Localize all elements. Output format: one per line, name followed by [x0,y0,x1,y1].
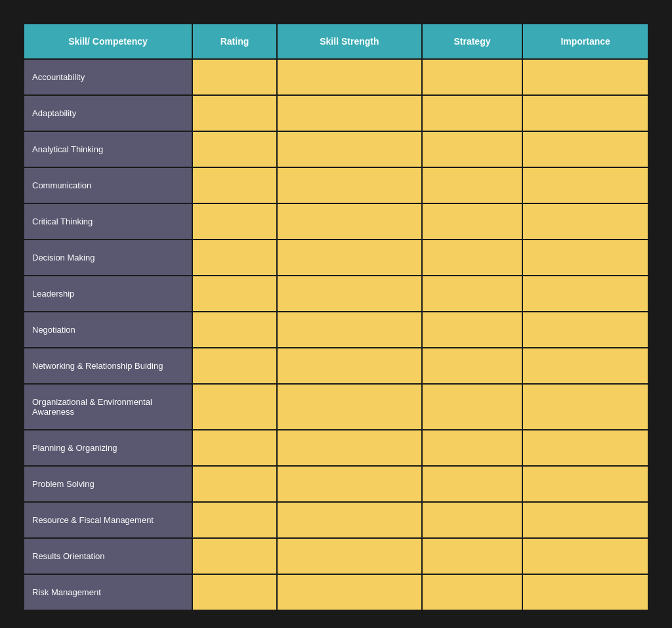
strategy-cell[interactable] [422,240,522,276]
strategy-cell[interactable] [422,95,522,131]
importance-cell[interactable] [522,95,648,131]
importance-cell[interactable] [522,312,648,348]
table-row: Leadership [24,276,648,312]
skill-name-cell: Accountability [24,59,192,95]
table-row: Risk Management [24,574,648,610]
skill-strength-cell[interactable] [277,430,422,466]
skill-name-cell: Results Orientation [24,538,192,574]
table-row: Planning & Organizing [24,430,648,466]
skill-strength-cell[interactable] [277,276,422,312]
table-row: Organizational & Environmental Awareness [24,384,648,430]
table-row: Adaptability [24,95,648,131]
table-row: Critical Thinking [24,203,648,240]
importance-cell[interactable] [522,384,648,430]
skill-strength-cell[interactable] [277,131,422,167]
skill-strength-cell[interactable] [277,574,422,610]
strategy-cell[interactable] [422,203,522,240]
importance-cell[interactable] [522,131,648,167]
skill-name-cell: Leadership [24,276,192,312]
skill-name-cell: Analytical Thinking [24,131,192,167]
strategy-cell[interactable] [422,384,522,430]
strategy-cell[interactable] [422,348,522,384]
skill-strength-cell[interactable] [277,167,422,203]
importance-cell[interactable] [522,203,648,240]
table-row: Results Orientation [24,538,648,574]
skills-table: Skill/ Competency Rating Skill Strength … [23,23,649,611]
strategy-cell[interactable] [422,59,522,95]
skill-name-cell: Problem Solving [24,466,192,502]
skill-strength-cell[interactable] [277,59,422,95]
header-importance: Importance [522,24,648,59]
strategy-cell[interactable] [422,466,522,502]
importance-cell[interactable] [522,348,648,384]
table-row: Decision Making [24,240,648,276]
skill-name-cell: Negotiation [24,312,192,348]
header-rating: Rating [192,24,277,59]
strategy-cell[interactable] [422,502,522,538]
rating-cell[interactable] [192,574,277,610]
strategy-cell[interactable] [422,276,522,312]
importance-cell[interactable] [522,574,648,610]
table-row: Networking & Relationship Buiding [24,348,648,384]
skill-name-cell: Decision Making [24,240,192,276]
header-skill-competency: Skill/ Competency [24,24,192,59]
rating-cell[interactable] [192,131,277,167]
skill-name-cell: Networking & Relationship Buiding [24,348,192,384]
table-container: Skill/ Competency Rating Skill Strength … [13,13,659,621]
skill-strength-cell[interactable] [277,538,422,574]
rating-cell[interactable] [192,430,277,466]
importance-cell[interactable] [522,430,648,466]
rating-cell[interactable] [192,348,277,384]
strategy-cell[interactable] [422,574,522,610]
table-row: Problem Solving [24,466,648,502]
rating-cell[interactable] [192,384,277,430]
skill-strength-cell[interactable] [277,312,422,348]
rating-cell[interactable] [192,167,277,203]
rating-cell[interactable] [192,203,277,240]
skill-strength-cell[interactable] [277,240,422,276]
rating-cell[interactable] [192,538,277,574]
header-skill-strength: Skill Strength [277,24,422,59]
skill-strength-cell[interactable] [277,95,422,131]
importance-cell[interactable] [522,466,648,502]
skill-name-cell: Risk Management [24,574,192,610]
strategy-cell[interactable] [422,131,522,167]
importance-cell[interactable] [522,276,648,312]
skill-name-cell: Organizational & Environmental Awareness [24,384,192,430]
skill-strength-cell[interactable] [277,384,422,430]
rating-cell[interactable] [192,240,277,276]
table-row: Negotiation [24,312,648,348]
skill-name-cell: Resource & Fiscal Management [24,502,192,538]
table-row: Accountability [24,59,648,95]
importance-cell[interactable] [522,538,648,574]
skill-strength-cell[interactable] [277,203,422,240]
rating-cell[interactable] [192,59,277,95]
rating-cell[interactable] [192,312,277,348]
table-row: Analytical Thinking [24,131,648,167]
skill-strength-cell[interactable] [277,502,422,538]
rating-cell[interactable] [192,276,277,312]
skill-name-cell: Adaptability [24,95,192,131]
strategy-cell[interactable] [422,312,522,348]
skill-name-cell: Communication [24,167,192,203]
skill-strength-cell[interactable] [277,466,422,502]
skill-strength-cell[interactable] [277,348,422,384]
rating-cell[interactable] [192,466,277,502]
table-row: Resource & Fiscal Management [24,502,648,538]
skill-name-cell: Critical Thinking [24,203,192,240]
header-strategy: Strategy [422,24,522,59]
rating-cell[interactable] [192,95,277,131]
strategy-cell[interactable] [422,167,522,203]
strategy-cell[interactable] [422,538,522,574]
table-row: Communication [24,167,648,203]
skill-name-cell: Planning & Organizing [24,430,192,466]
importance-cell[interactable] [522,167,648,203]
rating-cell[interactable] [192,502,277,538]
importance-cell[interactable] [522,502,648,538]
importance-cell[interactable] [522,59,648,95]
importance-cell[interactable] [522,240,648,276]
header-row: Skill/ Competency Rating Skill Strength … [24,24,648,59]
strategy-cell[interactable] [422,430,522,466]
